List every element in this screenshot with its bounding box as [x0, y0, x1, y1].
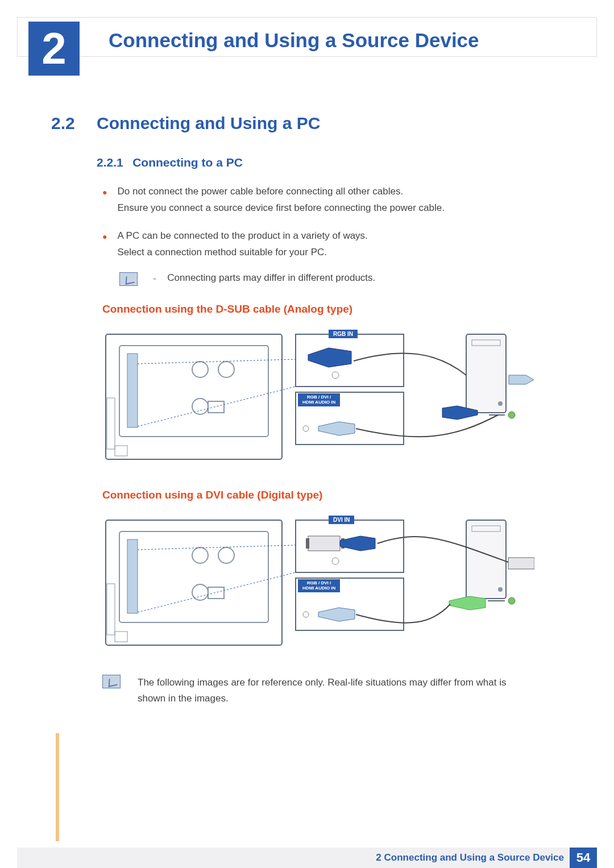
diagram-dvi: DVI IN RGB / DVI / HDMI AUDIO IN — [102, 516, 512, 652]
connection-heading: Connection using a DVI cable (Digital ty… — [102, 489, 563, 501]
chapter-title: Connecting and Using a Source Device — [109, 29, 479, 52]
bullet-icon: ● — [102, 186, 107, 217]
svg-rect-27 — [308, 536, 340, 551]
section-title: Connecting and Using a PC — [97, 114, 320, 133]
svg-rect-7 — [107, 398, 115, 449]
svg-rect-36 — [508, 558, 534, 569]
svg-rect-19 — [127, 539, 138, 613]
port-label-audio: RGB / DVI / HDMI AUDIO IN — [298, 579, 340, 592]
subsection-number: 2.2.1 — [97, 156, 123, 169]
header-bar: Connecting and Using a Source Device — [17, 17, 597, 57]
note-icon — [119, 272, 138, 286]
port-label-main: RGB IN — [329, 330, 358, 338]
page-footer: 2 Connecting and Using a Source Device 5… — [17, 848, 597, 868]
note-text: Connecting parts may differ in different… — [167, 272, 375, 284]
svg-rect-8 — [115, 446, 127, 456]
svg-point-30 — [332, 558, 339, 564]
svg-rect-18 — [119, 531, 268, 622]
side-accent-stripe — [56, 733, 59, 841]
subsection-heading: 2.2.1 Connecting to a PC — [97, 156, 563, 169]
svg-point-12 — [303, 426, 309, 431]
svg-rect-23 — [208, 587, 224, 599]
svg-point-15 — [498, 401, 503, 406]
bullet-line: Ensure you connect a source device first… — [117, 200, 445, 217]
chapter-number: 2 — [42, 23, 66, 74]
svg-point-4 — [218, 362, 234, 377]
svg-point-37 — [508, 597, 515, 604]
bottom-note: The following images are for reference o… — [102, 675, 512, 708]
svg-point-16 — [508, 412, 515, 418]
chapter-number-box: 2 — [28, 22, 80, 76]
footer-page-number: 54 — [570, 848, 597, 868]
svg-rect-25 — [115, 632, 127, 642]
bottom-note-text: The following images are for reference o… — [138, 675, 512, 708]
svg-point-3 — [192, 362, 208, 377]
svg-point-35 — [498, 587, 503, 592]
port-label-audio: RGB / DVI / HDMI AUDIO IN — [298, 393, 340, 406]
svg-rect-6 — [208, 401, 224, 413]
svg-point-20 — [192, 547, 208, 563]
section-heading: 2.2 Connecting and Using a PC — [51, 114, 563, 133]
svg-rect-2 — [127, 354, 138, 427]
list-item: ● A PC can be connected to the product i… — [102, 228, 551, 261]
connection-heading: Connection using the D-SUB cable (Analog… — [102, 303, 563, 315]
bullet-line: A PC can be connected to the product in … — [117, 228, 367, 244]
port-label-main: DVI IN — [329, 516, 354, 524]
note-marker-icon: ▫ — [154, 275, 156, 283]
svg-point-32 — [303, 612, 309, 617]
svg-point-21 — [218, 547, 234, 563]
bullet-line: Do not connect the power cable before co… — [117, 184, 445, 200]
note-icon — [102, 675, 121, 688]
svg-rect-13 — [466, 334, 506, 413]
svg-rect-28 — [306, 538, 309, 549]
diagram-dsub: RGB IN RGB / DVI / HDMI AUDIO IN — [102, 330, 512, 466]
svg-rect-1 — [119, 346, 268, 437]
bullet-line: Select a connection method suitable for … — [117, 244, 367, 261]
subsection-title: Connecting to a PC — [132, 156, 243, 169]
list-item: ● Do not connect the power cable before … — [102, 184, 551, 217]
footer-chapter-label: 2 Connecting and Using a Source Device — [376, 852, 564, 863]
svg-rect-24 — [107, 584, 115, 635]
note: ▫ Connecting parts may differ in differe… — [119, 272, 563, 286]
section-number: 2.2 — [51, 114, 97, 133]
svg-point-10 — [332, 372, 339, 379]
bullet-icon: ● — [102, 230, 107, 261]
